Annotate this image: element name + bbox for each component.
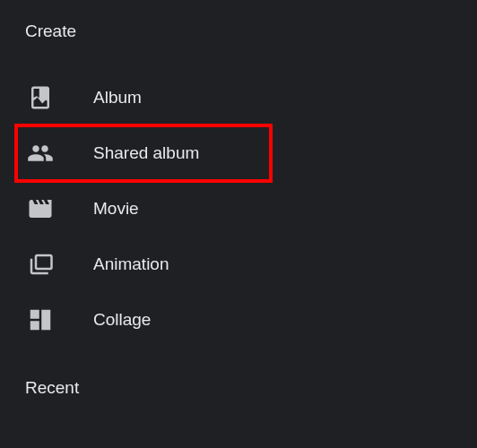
menu-item-shared-album[interactable]: Shared album (23, 125, 477, 181)
menu-item-label: Animation (93, 254, 169, 274)
people-icon (23, 140, 93, 167)
menu-item-movie[interactable]: Movie (23, 181, 477, 237)
animation-icon (23, 251, 93, 278)
menu-item-collage[interactable]: Collage (23, 292, 477, 348)
collage-icon (23, 306, 93, 333)
menu-item-album[interactable]: Album (23, 70, 477, 125)
create-section-header: Create (23, 22, 477, 41)
menu-item-label: Collage (93, 310, 151, 330)
album-icon (23, 84, 93, 111)
menu-item-label: Movie (93, 199, 139, 219)
menu-item-animation[interactable]: Animation (23, 237, 477, 292)
recent-section-header: Recent (23, 378, 477, 398)
movie-icon (23, 195, 93, 222)
menu-item-label: Shared album (93, 143, 199, 163)
menu-item-label: Album (93, 88, 142, 108)
